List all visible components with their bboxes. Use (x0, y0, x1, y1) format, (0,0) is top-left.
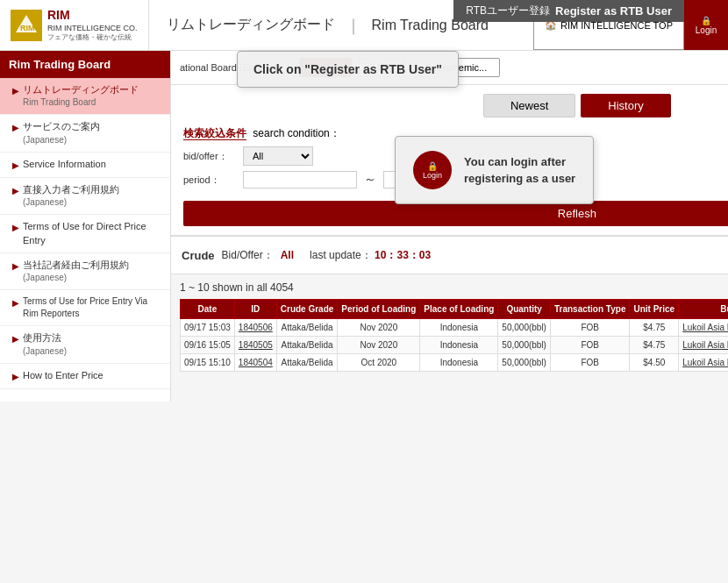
arrow-icon: ▶ (12, 260, 19, 273)
callout-login-icon: 🔒 Login (413, 151, 452, 189)
sidebar-item-direct-jp[interactable]: ▶ 直接入力者ご利用規約 (Japanese) (0, 178, 170, 215)
bid-offer-select[interactable]: All Bid Offer (243, 146, 313, 166)
newest-tab[interactable]: Newest (483, 94, 575, 117)
table-header-row: Date ID Crude Grade Period of Loading Pl… (181, 300, 729, 319)
table-row[interactable]: 09/16 15:051840505Attaka/BelidaNov 2020I… (181, 337, 729, 354)
arrow-icon: ▶ (12, 222, 19, 234)
arrow-icon: ▶ (12, 371, 19, 383)
lock-icon: 🔒 (701, 16, 711, 25)
status-bar: Crude Bid/Offer： All last update： 10：33：… (171, 236, 728, 274)
main-layout: Rim Trading Board ▶ リムトレーディングボード Rim Tra… (0, 51, 728, 402)
arrow-icon: ▶ (12, 85, 19, 97)
arrow-icon: ▶ (12, 185, 19, 197)
title-divider: ｜ (346, 15, 361, 36)
jp-title: リムトレーディングボード (167, 16, 335, 34)
data-table: Date ID Crude Grade Period of Loading Pl… (180, 299, 728, 372)
logo-box: RIM (11, 10, 42, 41)
logo-company: RIM INTELLIGENCE CO. (47, 24, 138, 34)
col-price: Unit Price (630, 300, 679, 319)
col-period: Period of Loading (338, 300, 420, 319)
col-date: Date (181, 300, 235, 319)
bid-offer-label: bid/offer： (183, 150, 236, 163)
callout-register: Click on "Register as RTB User" (237, 51, 459, 88)
status-update-label: last update： 10：33：03 (310, 248, 431, 263)
callout-login-text: You can login after registering as a use… (464, 153, 575, 188)
rtb-register-banner[interactable]: RTBユーザー登録 Register as RTB User (453, 0, 684, 22)
table-area: 1 ~ 10 shown in all 4054 1 Date ID Crude… (171, 274, 728, 398)
arrow-icon: ▶ (12, 333, 19, 345)
sidebar-item-service-jp[interactable]: ▶ サービスのご案内 (Japanese) (0, 115, 170, 152)
refresh-button[interactable]: Reflesh (183, 201, 728, 226)
col-crude-grade: Crude Grade (276, 300, 338, 319)
callout-login: 🔒 Login You can login after registering … (395, 136, 594, 204)
status-crude: Crude (182, 249, 215, 262)
arrow-icon: ▶ (12, 122, 19, 134)
tilde: ～ (364, 172, 376, 188)
record-info: 1 ~ 10 shown in all 4054 (180, 281, 294, 294)
main-content: ational Board (English)： Crude LNG Petro… (171, 51, 728, 402)
rtb-jp-label: RTBユーザー登録 (466, 4, 550, 18)
login-button[interactable]: 🔒 Login (684, 0, 728, 50)
col-quantity: Quantity (498, 300, 551, 319)
sidebar-item-service-en[interactable]: ▶ Service Information (0, 153, 170, 178)
period-label: period： (183, 174, 236, 187)
col-type: Transaction Type (550, 300, 630, 319)
rtb-en-label: Register as RTB User (555, 4, 672, 18)
lock-icon-callout: 🔒 (427, 161, 438, 171)
logo-tagline: フェアな価格・確かな伝統 (47, 33, 138, 42)
sidebar-item-rtb[interactable]: ▶ リムトレーディングボード Rim Trading Board (0, 78, 170, 115)
col-id: ID (234, 300, 276, 319)
sidebar-item-reporter-jp[interactable]: ▶ 当社記者経由ご利用規約 (Japanese) (0, 253, 170, 290)
sidebar-item-direct-en[interactable]: ▶ Terms of Use for Direct Price Entry (0, 215, 170, 253)
table-row[interactable]: 09/15 15:101840504Attaka/BelidaOct 2020I… (181, 354, 729, 372)
period-from-input[interactable] (243, 171, 357, 188)
history-tab[interactable]: History (581, 94, 670, 117)
table-info: 1 ~ 10 shown in all 4054 1 (180, 281, 728, 294)
logo-rim: RIM (47, 7, 138, 23)
logo-area: RIM RIM RIM INTELLIGENCE CO. フェアな価格・確かな伝… (0, 0, 149, 50)
sidebar-title: Rim Trading Board (0, 51, 170, 78)
col-place: Place of Loading (420, 300, 498, 319)
page-bottom: 1 (180, 372, 728, 391)
col-buyer: Buyer (679, 300, 728, 319)
sidebar-item-reporter-en[interactable]: ▶ Terms of Use for Price Entry Via Rim R… (0, 290, 170, 326)
sidebar-item-usage-jp[interactable]: ▶ 使用方法 (Japanese) (0, 326, 170, 363)
sidebar: Rim Trading Board ▶ リムトレーディングボード Rim Tra… (0, 51, 171, 402)
nh-tabs: Newest History (183, 94, 728, 117)
svg-text:RIM: RIM (20, 24, 35, 32)
arrow-icon: ▶ (12, 297, 19, 309)
header: RIM RIM RIM INTELLIGENCE CO. フェアな価格・確かな伝… (0, 0, 728, 51)
arrow-icon: ▶ (12, 160, 19, 172)
sidebar-item-how-to[interactable]: ▶ How to Enter Price (0, 364, 170, 389)
table-row[interactable]: 09/17 15:031840506Attaka/BelidaNov 2020I… (181, 319, 729, 337)
